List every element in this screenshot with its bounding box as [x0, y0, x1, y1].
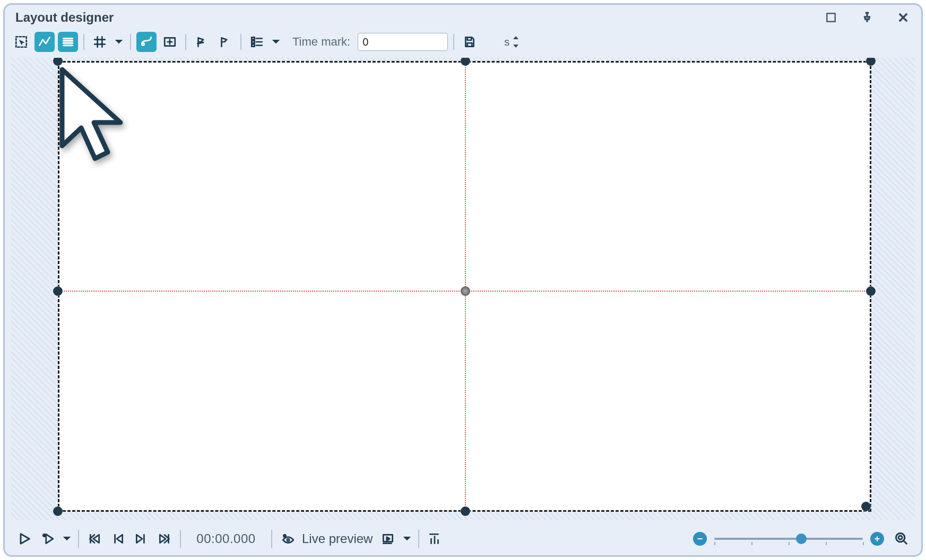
save-tool[interactable] — [460, 32, 480, 52]
step-forward-button[interactable] — [131, 529, 151, 549]
bottombar-separator — [180, 530, 181, 548]
toolbar-separator — [453, 34, 454, 50]
meters-button[interactable] — [425, 529, 445, 549]
play-from-cursor-icon — [41, 532, 55, 546]
toolbar-separator — [83, 34, 84, 50]
anchor-bot-left[interactable] — [53, 506, 63, 516]
play-from-cursor-button[interactable] — [38, 529, 58, 549]
anchor-bot-mid[interactable] — [461, 506, 470, 516]
time-mark-unit: s — [501, 33, 513, 50]
canvas-zone[interactable] — [11, 58, 915, 520]
svg-rect-3 — [252, 37, 254, 39]
flag-start-tool[interactable] — [192, 32, 212, 52]
flag-end-icon — [218, 35, 232, 49]
goto-end-button[interactable] — [154, 529, 175, 549]
zoom-out-button[interactable] — [693, 532, 707, 546]
titlebar: Layout designer — [5, 5, 921, 30]
chevron-up-icon — [513, 36, 518, 39]
step-forward-icon — [134, 532, 148, 546]
anchor-bot-right[interactable] — [861, 502, 871, 511]
live-preview-button[interactable] — [278, 529, 298, 549]
step-back-button[interactable] — [108, 529, 128, 549]
select-tool[interactable] — [11, 32, 31, 52]
zoom-slider-thumb[interactable] — [796, 533, 807, 544]
list-lines-icon — [61, 35, 75, 49]
path-tool[interactable] — [136, 32, 157, 52]
svg-rect-5 — [252, 44, 254, 46]
step-back-icon — [111, 532, 125, 546]
zoom-slider[interactable] — [714, 532, 863, 545]
zoom-in-button[interactable] — [870, 532, 884, 546]
chevron-down-icon — [403, 536, 411, 541]
maximize-button[interactable] — [824, 10, 838, 25]
select-icon — [14, 35, 28, 49]
chevron-down-icon — [513, 45, 518, 48]
preview-window-icon — [381, 532, 395, 546]
fit-icon — [163, 35, 177, 49]
play-icon — [17, 531, 32, 546]
path-icon — [140, 35, 153, 49]
eye-icon — [281, 532, 295, 546]
flag-start-icon — [195, 35, 209, 49]
close-icon — [897, 11, 910, 24]
chevron-down-icon — [63, 536, 71, 541]
close-button[interactable] — [896, 10, 911, 25]
goto-start-button[interactable] — [84, 529, 105, 549]
time-mark-label: Time mark: — [285, 35, 354, 49]
meters-icon — [428, 532, 442, 546]
polyline-icon — [38, 35, 51, 49]
window-controls — [824, 10, 911, 25]
svg-point-11 — [898, 536, 902, 539]
chevron-down-icon — [115, 39, 123, 45]
toolbar-separator — [240, 34, 241, 50]
fit-tool[interactable] — [160, 32, 180, 52]
grid-icon — [93, 35, 107, 49]
grid-tool[interactable] — [90, 32, 110, 52]
play-button[interactable] — [14, 529, 34, 549]
chevron-down-icon — [272, 39, 280, 45]
spinner-up[interactable] — [513, 33, 518, 42]
time-mark-field: s — [358, 33, 448, 51]
spinner-down[interactable] — [513, 42, 518, 50]
goto-start-icon — [88, 532, 101, 546]
bottombar-separator — [418, 530, 419, 548]
zoom-reset-icon — [894, 531, 909, 546]
legend-tool[interactable] — [247, 32, 267, 52]
live-preview-label: Live preview — [301, 531, 375, 546]
toolbar-separator — [185, 34, 186, 50]
legend-icon — [250, 35, 264, 49]
layout-designer-window: Layout designer — [3, 3, 923, 557]
anchor-mid-left[interactable] — [53, 286, 63, 296]
play-options-dropdown[interactable] — [61, 529, 73, 549]
legend-tool-dropdown[interactable] — [270, 32, 282, 52]
pin-icon — [861, 11, 873, 24]
top-toolbar: Time mark: s — [5, 30, 921, 54]
svg-rect-4 — [252, 41, 254, 43]
pin-button[interactable] — [860, 10, 875, 25]
grid-tool-dropdown[interactable] — [113, 32, 125, 52]
flag-end-tool[interactable] — [215, 32, 235, 52]
svg-point-7 — [283, 535, 285, 537]
polyline-tool[interactable] — [34, 32, 55, 52]
maximize-icon — [825, 12, 837, 23]
svg-point-8 — [287, 539, 289, 541]
anchor-center[interactable] — [461, 286, 470, 296]
svg-rect-0 — [827, 13, 835, 21]
bottom-toolbar: 00:00.000 Live preview — [5, 522, 921, 555]
bottombar-separator — [271, 530, 272, 548]
toolbar-separator — [130, 34, 131, 50]
svg-point-6 — [43, 534, 45, 536]
list-tool[interactable] — [58, 32, 78, 52]
goto-end-icon — [158, 532, 171, 546]
bottombar-separator — [78, 530, 79, 548]
preview-window-button[interactable] — [378, 529, 398, 549]
save-icon — [463, 35, 477, 49]
anchor-top-right[interactable] — [866, 58, 876, 66]
window-title: Layout designer — [15, 10, 114, 25]
preview-window-dropdown[interactable] — [401, 529, 413, 549]
timecode: 00:00.000 — [186, 531, 266, 546]
anchor-mid-right[interactable] — [866, 286, 876, 296]
zoom-reset-button[interactable] — [892, 529, 912, 549]
time-mark-spinner — [513, 33, 518, 50]
